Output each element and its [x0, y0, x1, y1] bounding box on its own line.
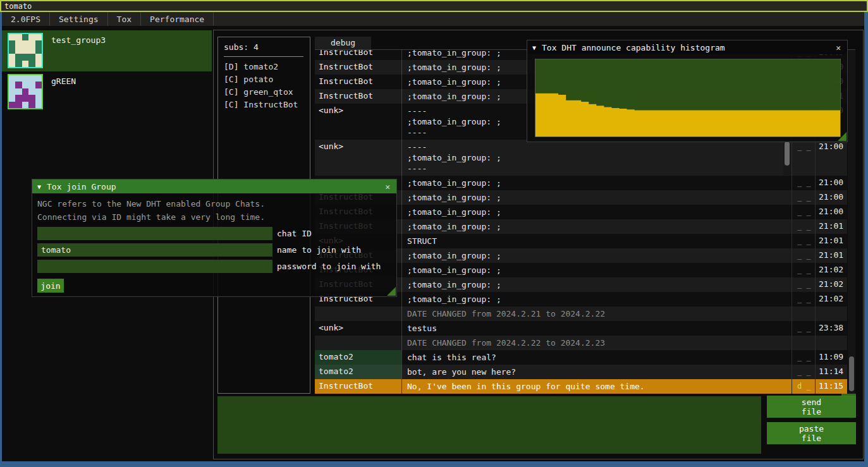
avatar-pixel	[9, 88, 15, 95]
message-timestamp: 21:02	[816, 292, 847, 306]
resize-grip[interactable]	[387, 287, 396, 296]
avatar-pixel	[28, 75, 35, 82]
delivery-flags	[792, 306, 816, 321]
collapse-arrow-icon[interactable]: ▼	[37, 183, 41, 190]
chat-scrollbar[interactable]	[848, 50, 855, 394]
avatar-pixel	[22, 82, 28, 88]
avatar-pixel	[35, 95, 42, 101]
table-row: DATE CHANGED from 2024.2.22 to 2024.2.23	[315, 336, 847, 350]
table-row: tomato2bot, are you new here?_ _11:14	[315, 365, 847, 379]
group-avatar-icon	[8, 33, 43, 68]
avatar-pixel	[35, 34, 42, 40]
avatar-pixel	[35, 47, 42, 54]
delivery-flags: _ _	[792, 292, 816, 306]
avatar-pixel	[35, 75, 42, 82]
member--c-instructbot[interactable]: [C] InstructBot	[224, 100, 310, 112]
avatar-pixel	[22, 40, 28, 47]
delivery-flags: _ _	[792, 176, 816, 190]
message-author: InstructBot	[315, 60, 402, 75]
subs-count: subs: 4	[224, 42, 310, 52]
chat-id-input[interactable]	[37, 227, 272, 240]
message-timestamp: 23:38	[816, 321, 847, 336]
window-title: tomato	[4, 2, 32, 11]
menu-bar: 2.0FPSSettingsToxPerformance	[2, 12, 864, 26]
avatar-pixel	[15, 40, 21, 47]
paste-file-button[interactable]: paste file	[767, 422, 856, 444]
message-text: testus	[402, 321, 792, 336]
menu-item-performance[interactable]: Performance	[141, 12, 214, 26]
delivery-flags: _ _	[792, 205, 816, 219]
avatar-pixel	[28, 54, 35, 60]
message-text: STRUCT	[402, 234, 792, 248]
message-scrollbar-thumb[interactable]	[785, 142, 790, 166]
histogram-chart	[535, 59, 840, 136]
delivery-flags: _ _	[792, 219, 816, 234]
histogram-plot	[535, 59, 841, 137]
delivery-flags: _ _	[792, 234, 816, 248]
message-text: ;tomato_in_group: ;	[402, 277, 792, 292]
avatar-pixel	[28, 61, 35, 67]
resize-grip[interactable]	[838, 132, 847, 141]
avatar-pixel	[28, 88, 35, 95]
delivery-flags: _ _	[792, 365, 816, 379]
delivery-flags: _ _	[792, 350, 816, 365]
delivery-flags	[792, 336, 816, 350]
avatar-pixel	[28, 95, 35, 101]
avatar-pixel	[9, 54, 15, 60]
avatar-pixel	[35, 61, 42, 67]
chat-scrollbar-thumb[interactable]	[849, 356, 854, 391]
message-text: ;tomato_in_group: ;	[402, 263, 792, 277]
member--d-tomato2[interactable]: [D] tomato2	[224, 62, 310, 75]
message-text: ;tomato_in_group: ;	[402, 292, 792, 306]
avatar-pixel	[15, 102, 21, 108]
histogram-bars	[535, 94, 840, 136]
menu-item-tox[interactable]: Tox	[108, 12, 141, 26]
message-timestamp: 21:01	[816, 248, 847, 263]
message-text: ;tomato_in_group: ;	[402, 190, 792, 205]
separator	[224, 56, 303, 57]
menu-item-settings[interactable]: Settings	[50, 12, 108, 26]
table-row: tomato2chat is this real?_ _11:09	[315, 350, 847, 365]
group-item-test_group3[interactable]: test_group3	[2, 30, 212, 71]
avatar-pixel	[35, 40, 42, 47]
message-author: <unk>	[315, 104, 402, 140]
ngc-info-line-1: NGC refers to the New DHT enabled Group …	[37, 197, 391, 210]
avatar-pixel	[15, 34, 21, 40]
window-frame-bottom	[0, 461, 868, 467]
dht-histogram-titlebar[interactable]: ▼ Tox DHT announce capability histogram …	[527, 40, 847, 54]
message-text: ;tomato_in_group: ;	[402, 219, 792, 234]
member--c-potato[interactable]: [C] potato	[224, 75, 310, 87]
close-icon[interactable]: ✕	[834, 43, 842, 52]
table-row: InstructBotNo, I've been in this group f…	[315, 379, 847, 394]
join-fields: chat IDname to join withpassword to join…	[37, 227, 391, 273]
group-item-gREEN[interactable]: gREEN	[2, 71, 212, 108]
avatar-pixel	[28, 102, 35, 108]
avatar-pixel	[15, 75, 21, 82]
avatar-pixel	[35, 102, 42, 108]
join-button[interactable]: join	[37, 279, 64, 293]
menu-item-2-0fps: 2.0FPS	[2, 12, 50, 26]
avatar-pixel	[28, 34, 35, 40]
message-timestamp: 21:02	[816, 277, 847, 292]
message-scrollbar[interactable]	[783, 140, 791, 175]
close-icon[interactable]: ✕	[384, 182, 391, 191]
message-timestamp	[816, 306, 847, 321]
member--c-green-qtox[interactable]: [C] green_qtox	[224, 87, 310, 100]
join-group-titlebar[interactable]: ▼ Tox join Group ✕	[32, 179, 396, 193]
field-label: password to join with	[277, 262, 381, 271]
delivery-flags: _ _	[792, 140, 816, 176]
avatar-pixel	[9, 61, 15, 67]
message-input[interactable]	[217, 396, 761, 454]
delivery-flags: _ _	[792, 248, 816, 263]
avatar-pixel	[28, 82, 35, 88]
collapse-arrow-icon[interactable]: ▼	[532, 44, 536, 51]
name-to-join-with-input[interactable]	[37, 243, 272, 257]
window-frame-left	[0, 12, 2, 467]
avatar-pixel	[22, 102, 28, 108]
tab-debug[interactable]: debug	[315, 37, 371, 49]
password-to-join-with-input[interactable]	[37, 260, 272, 273]
message-text: ;tomato_in_group: ;	[402, 205, 792, 219]
message-author: <unk>	[315, 321, 402, 336]
avatar-pixel	[28, 47, 35, 54]
send-file-button[interactable]: send file	[767, 396, 856, 418]
